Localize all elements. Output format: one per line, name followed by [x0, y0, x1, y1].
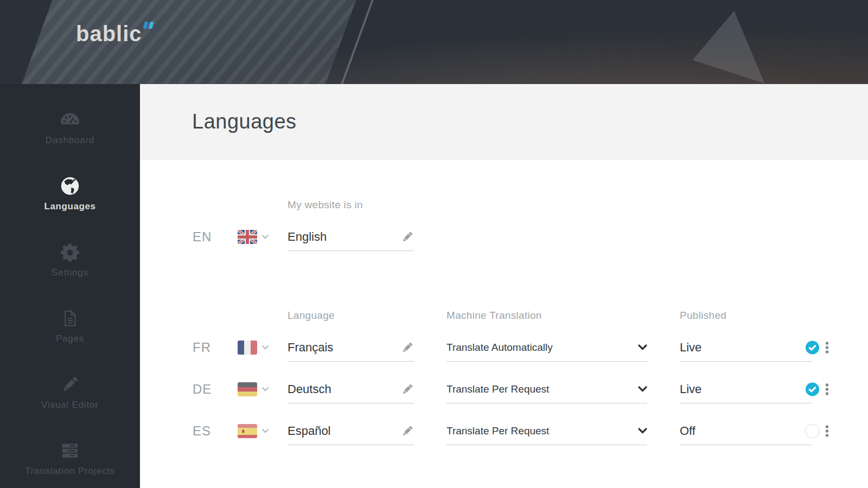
machine-translation-select[interactable]: Translate Per Request [446, 417, 647, 445]
source-language-row: EN [140, 223, 868, 251]
sidebar: Dashboard Languages [0, 84, 140, 488]
published-status: Live [680, 382, 701, 396]
main-panel: Languages My website is in EN [140, 84, 868, 488]
kebab-menu-icon[interactable] [824, 382, 831, 397]
flag-dropdown[interactable] [238, 382, 269, 396]
chevron-down-icon [262, 345, 269, 350]
edit-pencil-icon[interactable] [401, 341, 414, 354]
sidebar-item-dashboard[interactable]: Dashboard [0, 108, 140, 147]
germany-flag-icon [238, 382, 257, 396]
gauge-icon [59, 108, 81, 132]
bablic-app: bablic [0, 0, 868, 488]
published-field: Live [680, 375, 812, 403]
sidebar-item-label: Dashboard [46, 135, 94, 146]
sidebar-item-visual-editor[interactable]: Visual Editor [0, 373, 140, 412]
sidebar-item-settings[interactable]: Settings [0, 240, 140, 279]
chevron-down-icon [638, 344, 647, 350]
flag-dropdown[interactable] [238, 230, 269, 244]
sidebar-item-label: Pages [56, 333, 84, 344]
flag-dropdown[interactable] [238, 341, 269, 355]
column-header-machine-translation: Machine Translation [446, 310, 542, 322]
chevron-down-icon [262, 387, 269, 391]
language-name-field[interactable]: Français [288, 333, 414, 362]
language-code: ES [193, 423, 211, 439]
published-toggle-on[interactable] [805, 382, 820, 396]
machine-translation-select[interactable]: Translate Per Request [446, 375, 647, 403]
language-name: Français [288, 341, 333, 355]
published-toggle-on[interactable] [805, 340, 820, 355]
language-name-field[interactable]: Español [288, 417, 414, 445]
language-row-fr: FR Français [140, 333, 868, 362]
sidebar-item-label: Translation Projects [25, 466, 115, 477]
source-language-name-field[interactable]: English [288, 223, 414, 251]
published-status: Off [680, 424, 695, 438]
page-title: Languages [192, 110, 297, 133]
language-code: DE [193, 382, 212, 397]
top-header: bablic [0, 0, 868, 84]
sidebar-item-translation-projects[interactable]: Translation Projects [0, 439, 140, 478]
kebab-menu-icon[interactable] [824, 423, 831, 439]
logo-quotes-icon [144, 22, 153, 29]
source-language-column-label: My website is in [288, 199, 363, 211]
sidebar-item-label: Visual Editor [41, 400, 99, 410]
language-name-field[interactable]: Deutsch [288, 375, 414, 403]
sidebar-item-label: Languages [44, 201, 95, 212]
chevron-down-icon [638, 428, 647, 434]
chevron-down-icon [262, 429, 269, 433]
kebab-menu-icon[interactable] [824, 340, 831, 356]
sidebar-item-label: Settings [52, 267, 88, 278]
published-field: Off [680, 417, 812, 445]
logo-text: bablic [76, 23, 142, 44]
gear-icon [59, 240, 81, 264]
sidebar-nav: Dashboard Languages [0, 84, 140, 488]
bablic-logo[interactable]: bablic [76, 23, 153, 44]
france-flag-icon [238, 341, 257, 355]
machine-translation-value: Translate Automatically [446, 342, 553, 354]
published-status: Live [680, 341, 701, 355]
language-code: EN [193, 229, 212, 245]
published-toggle-off[interactable] [805, 423, 820, 438]
flag-dropdown[interactable] [238, 424, 269, 438]
globe-icon [59, 174, 81, 198]
spain-flag-icon [238, 424, 257, 438]
chevron-down-icon [638, 386, 647, 392]
language-code: FR [193, 340, 211, 355]
machine-translation-select[interactable]: Translate Automatically [446, 333, 647, 362]
sidebar-item-pages[interactable]: Pages [0, 306, 140, 345]
page-title-band: Languages [140, 84, 868, 160]
language-name: English [288, 230, 327, 244]
edit-pencil-icon[interactable] [401, 425, 414, 438]
column-header-published: Published [680, 310, 726, 322]
language-row-de: DE Deutsch [140, 375, 868, 403]
edit-pencil-icon[interactable] [401, 383, 414, 396]
language-name: Español [288, 424, 331, 438]
document-icon [60, 306, 80, 330]
chevron-down-icon [262, 235, 269, 239]
machine-translation-value: Translate Per Request [446, 425, 549, 437]
published-field: Live [680, 333, 812, 362]
language-name: Deutsch [288, 382, 331, 396]
united-kingdom-flag-icon [238, 230, 257, 244]
languages-content: My website is in EN [140, 160, 868, 487]
column-header-language: Language [288, 310, 335, 322]
stack-icon [59, 439, 81, 463]
sidebar-item-languages[interactable]: Languages [0, 174, 140, 213]
pencil-icon [60, 373, 80, 396]
machine-translation-value: Translate Per Request [446, 383, 549, 395]
language-row-es: ES Español [140, 417, 868, 445]
edit-pencil-icon[interactable] [401, 230, 414, 243]
